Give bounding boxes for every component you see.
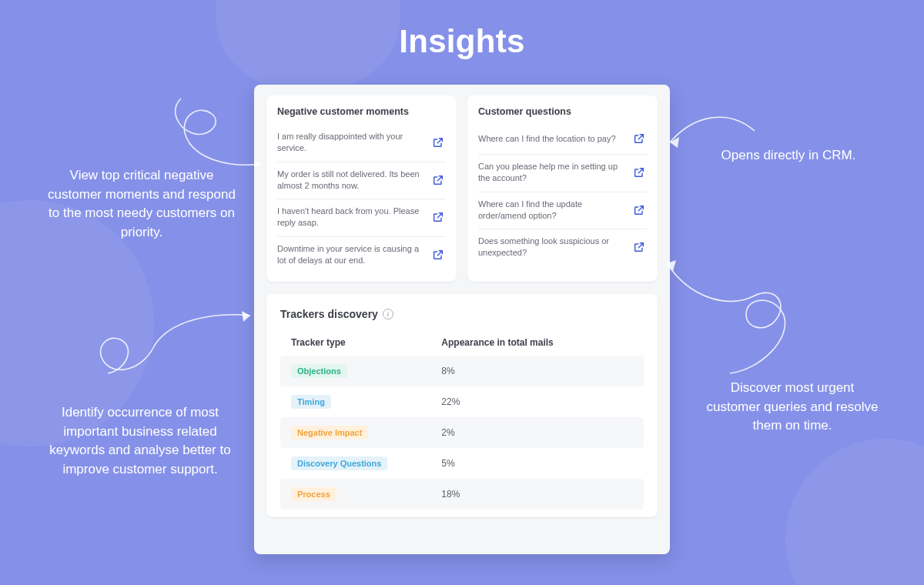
tracker-tag: Negative Impact	[291, 426, 368, 440]
column-header-appearance: Appearance in total mails	[441, 337, 553, 348]
external-link-icon	[633, 204, 645, 216]
item-text: Does something look suspicious or unexpe…	[478, 236, 625, 259]
card-title: Customer questions	[478, 106, 647, 117]
table-row: Negative Impact 2%	[280, 417, 644, 448]
annotation-customer-queries: Discover most urgent customer queries an…	[704, 379, 881, 436]
annotation-open-crm: Opens directly in CRM.	[696, 146, 881, 165]
item-text: My order is still not delivered. Its bee…	[277, 169, 424, 192]
table-row: Objections 8%	[280, 356, 644, 386]
list-item: I haven't heard back from you. Please re…	[277, 199, 446, 237]
svg-marker-2	[670, 137, 679, 148]
customer-questions-card: Customer questions Where can I find the …	[467, 95, 658, 282]
item-text: Where can I find the location to pay?	[478, 133, 625, 145]
tracker-value: 5%	[441, 458, 454, 469]
open-in-crm-button[interactable]	[631, 202, 647, 218]
info-icon[interactable]: i	[383, 309, 393, 319]
external-link-icon	[432, 174, 444, 186]
page-title: Insights	[0, 0, 924, 60]
tracker-tag: Discovery Questions	[291, 456, 387, 470]
column-header-tracker-type: Tracker type	[291, 337, 441, 348]
tracker-value: 22%	[441, 396, 460, 407]
list-item: I am really disappointed with your servi…	[277, 125, 446, 162]
open-in-crm-button[interactable]	[430, 209, 446, 225]
annotation-negative-moments: View top critical negative customer mome…	[42, 166, 242, 242]
table-row: Discovery Questions 5%	[280, 448, 644, 479]
tracker-tag: Process	[291, 487, 336, 501]
trackers-discovery-card: Trackers discovery i Tracker type Appear…	[266, 294, 658, 517]
table-row: Process 18%	[280, 479, 644, 510]
bg-blob	[216, 0, 400, 92]
tracker-value: 18%	[441, 489, 460, 500]
table-body: Objections 8% Timing 22% Negative Impact…	[280, 356, 644, 510]
open-in-crm-button[interactable]	[430, 135, 446, 150]
external-link-icon	[633, 132, 645, 145]
card-title: Negative customer moments	[277, 106, 446, 117]
item-text: Downtime in your service is causing a lo…	[277, 243, 424, 266]
bg-blob	[785, 439, 924, 585]
open-in-crm-button[interactable]	[631, 239, 647, 255]
tracker-tag: Timing	[291, 395, 331, 409]
external-link-icon	[432, 136, 444, 149]
tracker-value: 2%	[441, 427, 454, 438]
table-header: Tracker type Appearance in total mails	[280, 331, 644, 356]
list-item: Does something look suspicious or unexpe…	[478, 229, 647, 266]
external-link-icon	[633, 166, 645, 179]
callout-arrow	[661, 254, 799, 385]
annotation-trackers: Identify occurrence of most important bu…	[35, 403, 245, 480]
list-item: Where can I find the update order/amend …	[478, 192, 647, 230]
negative-moments-card: Negative customer moments I am really di…	[266, 95, 457, 282]
insights-panel: Negative customer moments I am really di…	[254, 85, 670, 554]
external-link-icon	[432, 249, 444, 261]
open-in-crm-button[interactable]	[631, 165, 647, 180]
external-link-icon	[432, 211, 444, 223]
tracker-tag: Objections	[291, 364, 347, 378]
card-title-row: Trackers discovery i	[280, 308, 644, 320]
card-title: Trackers discovery	[280, 308, 378, 320]
open-in-crm-button[interactable]	[631, 131, 647, 146]
list-item: Downtime in your service is causing a lo…	[277, 237, 446, 274]
tracker-value: 8%	[441, 366, 454, 376]
item-text: Can you please help me in setting up the…	[478, 161, 625, 184]
external-link-icon	[633, 241, 645, 253]
open-in-crm-button[interactable]	[430, 172, 446, 188]
callout-arrow	[146, 91, 270, 176]
item-text: I am really disappointed with your servi…	[277, 131, 424, 154]
list-item: Where can I find the location to pay?	[478, 125, 647, 155]
item-text: Where can I find the update order/amend …	[478, 199, 625, 222]
list-item: Can you please help me in setting up the…	[478, 155, 647, 192]
table-row: Timing 22%	[280, 386, 644, 417]
open-in-crm-button[interactable]	[430, 247, 446, 262]
svg-marker-1	[242, 311, 250, 322]
list-item: My order is still not delivered. Its bee…	[277, 162, 446, 200]
trackers-table: Tracker type Appearance in total mails O…	[280, 331, 644, 510]
item-text: I haven't heard back from you. Please re…	[277, 206, 424, 229]
